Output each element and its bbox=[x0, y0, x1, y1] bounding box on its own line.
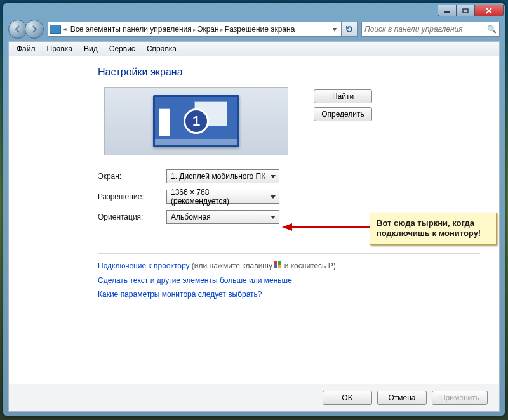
display-preview[interactable]: 1 bbox=[104, 87, 288, 155]
resolution-combo-value: 1366 × 768 (рекомендуется) bbox=[171, 188, 267, 206]
textsize-link[interactable]: Сделать текст и другие элементы больше и… bbox=[98, 276, 292, 285]
annotation-line2: подключишь к монитору! bbox=[377, 228, 481, 238]
annotation-line1: Вот сюда тыркни, когда bbox=[377, 218, 474, 228]
back-icon bbox=[13, 25, 22, 34]
search-input[interactable]: Поиск в панели управления 🔍 bbox=[361, 22, 500, 37]
projector-line: Подключение к проектору (или нажмите кла… bbox=[98, 261, 480, 271]
search-icon[interactable]: 🔍 bbox=[487, 25, 497, 34]
projector-hint-a: (или нажмите клавишу bbox=[190, 261, 275, 270]
svg-rect-3 bbox=[278, 261, 281, 265]
svg-rect-5 bbox=[278, 265, 281, 268]
label-resolution: Разрешение: bbox=[98, 192, 166, 201]
find-button[interactable]: Найти bbox=[314, 89, 372, 103]
minimize-icon bbox=[444, 8, 450, 13]
orientation-combo-value: Альбомная bbox=[171, 213, 211, 221]
maximize-icon bbox=[462, 8, 469, 13]
forward-button[interactable] bbox=[25, 20, 44, 39]
refresh-icon bbox=[345, 25, 354, 34]
refresh-button[interactable] bbox=[341, 22, 358, 37]
svg-rect-2 bbox=[274, 261, 277, 265]
nav-back-forward bbox=[8, 20, 44, 39]
menu-view[interactable]: Вид bbox=[79, 43, 103, 55]
control-panel-icon bbox=[50, 25, 61, 34]
navbar: « Все элементы панели управления ▸ Экран… bbox=[8, 18, 500, 40]
dialog-button-bar: OK Отмена Применить bbox=[9, 384, 499, 411]
projector-hint-b: и коснитесь P) bbox=[282, 261, 335, 270]
maximize-button[interactable] bbox=[457, 5, 474, 16]
decoration bbox=[155, 139, 237, 145]
label-orientation: Ориентация: bbox=[98, 213, 166, 221]
content-area: Настройки экрана 1 Найти Определить bbox=[8, 56, 500, 412]
monitor-number: 1 bbox=[184, 108, 209, 134]
detect-button[interactable]: Определить bbox=[314, 107, 372, 121]
decoration bbox=[159, 108, 170, 136]
window-frame: « Все элементы панели управления ▸ Экран… bbox=[3, 3, 505, 416]
resolution-combo[interactable]: 1366 × 768 (рекомендуется) bbox=[166, 190, 279, 204]
svg-rect-4 bbox=[274, 265, 277, 268]
breadcrumb-item[interactable]: Все элементы панели управления bbox=[70, 25, 192, 34]
apply-button[interactable]: Применить bbox=[432, 391, 488, 405]
address-bar[interactable]: « Все элементы панели управления ▸ Экран… bbox=[48, 22, 342, 37]
titlebar bbox=[3, 3, 505, 18]
minimize-button[interactable] bbox=[438, 5, 457, 16]
screen-combo-value: 1. Дисплей мобильного ПК bbox=[171, 172, 265, 181]
menubar: Файл Правка Вид Сервис Справка bbox=[8, 41, 500, 56]
separator bbox=[98, 253, 480, 254]
cancel-button[interactable]: Отмена bbox=[377, 391, 427, 405]
which-monitor-link[interactable]: Какие параметры монитора следует выбрать… bbox=[98, 290, 262, 299]
projector-link[interactable]: Подключение к проектору bbox=[98, 261, 190, 270]
close-icon bbox=[485, 8, 493, 14]
close-button[interactable] bbox=[474, 5, 504, 16]
label-screen: Экран: bbox=[98, 172, 166, 181]
monitor-thumb[interactable]: 1 bbox=[153, 95, 239, 147]
screen-combo[interactable]: 1. Дисплей мобильного ПК bbox=[166, 169, 279, 183]
annotation-note: Вот сюда тыркни, когда подключишь к мони… bbox=[370, 213, 497, 245]
breadcrumb-sep-icon: ▸ bbox=[220, 26, 224, 33]
breadcrumb-sep-icon: ▸ bbox=[193, 26, 196, 33]
menu-service[interactable]: Сервис bbox=[104, 43, 140, 55]
forward-icon bbox=[30, 25, 39, 34]
orientation-combo[interactable]: Альбомная bbox=[166, 210, 279, 224]
svg-rect-0 bbox=[444, 11, 450, 13]
menu-file[interactable]: Файл bbox=[11, 43, 41, 55]
menu-help[interactable]: Справка bbox=[142, 43, 182, 55]
window-controls bbox=[438, 5, 504, 16]
breadcrumb-item[interactable]: Экран bbox=[197, 25, 219, 34]
ok-button[interactable]: OK bbox=[323, 391, 372, 405]
svg-rect-1 bbox=[463, 9, 468, 13]
menu-edit[interactable]: Правка bbox=[42, 43, 78, 55]
page-title: Настройки экрана bbox=[98, 67, 480, 78]
address-dropdown-icon[interactable]: ▾ bbox=[330, 25, 340, 34]
breadcrumb-item[interactable]: Разрешение экрана bbox=[225, 25, 295, 34]
windows-key-icon bbox=[274, 261, 282, 271]
breadcrumb-prefix: « bbox=[64, 25, 68, 34]
search-placeholder: Поиск в панели управления bbox=[364, 25, 463, 34]
